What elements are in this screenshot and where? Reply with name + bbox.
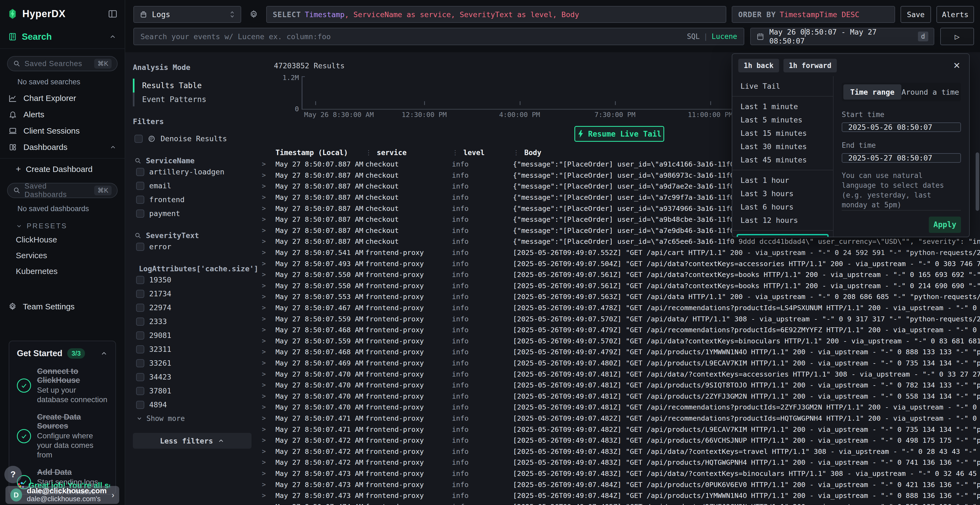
checkbox[interactable]	[136, 345, 144, 353]
table-row[interactable]: >May 27 8:50:07.472 AMfrontend-proxyinfo…	[259, 435, 980, 446]
expand-row-icon[interactable]: >	[262, 160, 275, 168]
table-row[interactable]: >May 27 8:50:07.470 AMfrontend-proxyinfo…	[259, 391, 980, 402]
filter-option[interactable]: payment	[136, 206, 251, 221]
chevron-up-icon[interactable]	[110, 144, 116, 151]
filter-option[interactable]: error	[136, 240, 251, 254]
saved-dashboards-input[interactable]: Saved Dashboards ⌘K	[7, 183, 118, 198]
saved-searches-input[interactable]: Saved Searches ⌘K	[7, 56, 118, 71]
expand-row-icon[interactable]: >	[262, 194, 275, 201]
table-row[interactable]: >May 27 8:50:07.472 AMfrontend-proxyinfo…	[259, 457, 980, 468]
table-row[interactable]: >May 27 8:50:07.559 AMfrontend-proxyinfo…	[259, 313, 980, 324]
expand-row-icon[interactable]: >	[262, 260, 275, 267]
filter-option[interactable]: frontend	[136, 193, 251, 206]
sidebar-item-preset-clickhouse[interactable]: ClickHouse	[0, 232, 125, 248]
filter-option[interactable]: 37801	[136, 384, 251, 398]
expand-row-icon[interactable]: >	[262, 216, 275, 223]
sidebar-section-search[interactable]: Search	[0, 27, 125, 49]
checkbox[interactable]	[136, 276, 144, 284]
table-row[interactable]: >May 27 8:50:07.559 AMfrontend-proxyinfo…	[259, 335, 980, 347]
analysis-mode-results-table[interactable]: Results Table	[133, 79, 251, 92]
show-more-button[interactable]: Show more	[136, 414, 251, 422]
run-query-button[interactable]: ▷	[940, 28, 974, 45]
col-service[interactable]: ⋮service	[365, 149, 452, 157]
table-row[interactable]: >May 27 8:50:07.469 AMfrontend-proxyinfo…	[259, 357, 980, 369]
checkbox[interactable]	[136, 359, 144, 367]
table-row[interactable]: >May 27 8:50:07.541 AMfrontend-proxyinfo…	[259, 247, 980, 258]
table-row[interactable]: >May 27 8:50:07.473 AMfrontend-proxyinfo…	[259, 490, 980, 501]
time-preset-last-12-hours[interactable]: Last 12 hours	[732, 214, 833, 227]
table-row[interactable]: >May 27 8:50:07.471 AMfrontend-proxyinfo…	[259, 424, 980, 435]
expand-row-icon[interactable]: >	[262, 293, 275, 300]
time-preset-last-1-minute[interactable]: Last 1 minute	[732, 100, 833, 113]
chevron-up-icon[interactable]	[100, 349, 108, 357]
checkbox[interactable]	[136, 318, 144, 326]
expand-row-icon[interactable]: >	[262, 326, 275, 333]
expand-row-icon[interactable]: >	[262, 470, 275, 477]
checkbox[interactable]	[136, 243, 144, 251]
table-row[interactable]: >May 27 8:50:07.473 AMfrontend-proxyinfo…	[259, 479, 980, 490]
time-preset-last-5-minutes[interactable]: Last 5 minutes	[732, 113, 833, 127]
resume-live-tail-button[interactable]: Resume Live Tail	[574, 126, 664, 142]
filter-option[interactable]: 34423	[136, 370, 251, 384]
time-preset-last-1-hour[interactable]: Last 1 hour	[732, 173, 833, 187]
create-dashboard-button[interactable]: + Create Dashboard	[0, 159, 125, 176]
time-preset-last-3-hours[interactable]: Last 3 hours	[732, 187, 833, 200]
filter-option[interactable]: 19350	[136, 273, 251, 287]
checkbox[interactable]	[136, 401, 144, 409]
expand-row-icon[interactable]: >	[262, 249, 275, 256]
time-preset-last-45-minutes[interactable]: Last 45 minutes	[732, 153, 833, 167]
sql-mode-toggle[interactable]: SQL	[687, 32, 700, 41]
filter-option[interactable]: email	[136, 179, 251, 193]
lucene-mode-toggle[interactable]: Lucene	[711, 32, 737, 41]
expand-row-icon[interactable]: >	[262, 227, 275, 234]
sidebar-item-alerts[interactable]: Alerts	[0, 106, 125, 123]
table-row[interactable]: >May 27 8:50:07.470 AMfrontend-proxyinfo…	[259, 368, 980, 380]
expand-row-icon[interactable]: >	[262, 348, 275, 356]
expand-row-icon[interactable]: >	[262, 426, 275, 433]
save-button[interactable]: Save	[900, 6, 931, 23]
col-timestamp[interactable]: Timestamp (Local)	[275, 149, 365, 157]
expand-row-icon[interactable]: >	[262, 304, 275, 311]
tab-time-range[interactable]: Time range	[843, 84, 901, 100]
checkbox[interactable]	[136, 387, 144, 395]
date-range-input[interactable]: May 26 08:50:07 - May 27 08:50:07 d	[750, 28, 934, 45]
expand-row-icon[interactable]: >	[262, 172, 275, 179]
select-clause-input[interactable]: SELECT Timestamp, ServiceName as service…	[266, 6, 726, 23]
table-row[interactable]: >May 27 8:50:07.468 AMfrontend-proxyinfo…	[259, 324, 980, 335]
help-button[interactable]: ?	[4, 466, 22, 483]
table-row[interactable]: >May 27 8:50:07.467 AMfrontend-proxyinfo…	[259, 302, 980, 313]
expand-row-icon[interactable]: >	[262, 437, 275, 444]
analysis-mode-event-patterns[interactable]: Event Patterns	[133, 92, 251, 106]
order-by-input[interactable]: ORDER BY TimestampTime DESC	[732, 6, 895, 23]
expand-row-icon[interactable]: >	[262, 481, 275, 488]
shift-1h-forward-button[interactable]: 1h forward	[783, 59, 837, 72]
expand-row-icon[interactable]: >	[262, 448, 275, 455]
filter-option[interactable]: 22974	[136, 301, 251, 314]
sidebar-item-dashboards[interactable]: Dashboards	[0, 139, 125, 156]
sidebar-item-chart-explorer[interactable]: Chart Explorer	[0, 90, 125, 106]
user-menu[interactable]: D dale@clickhouse.com dale@clickhouse.co…	[5, 486, 119, 504]
checkbox[interactable]	[136, 168, 144, 176]
presets-toggle[interactable]: PRESETS	[0, 215, 125, 232]
sidebar-item-preset-services[interactable]: Services	[0, 248, 125, 264]
expand-row-icon[interactable]: >	[262, 459, 275, 466]
filter-option[interactable]: 32311	[136, 342, 251, 356]
time-preset-live-tail[interactable]: Live Tail	[732, 79, 833, 93]
expand-row-icon[interactable]: >	[262, 414, 275, 422]
table-row[interactable]: >May 27 8:50:07.470 AMfrontend-proxyinfo…	[259, 380, 980, 391]
checkbox[interactable]	[136, 332, 144, 340]
filter-option[interactable]: 4894	[136, 398, 251, 412]
expand-row-icon[interactable]: >	[262, 282, 275, 289]
checkbox[interactable]	[136, 290, 144, 298]
expand-row-icon[interactable]: >	[262, 337, 275, 345]
shift-1h-back-button[interactable]: 1h back	[738, 59, 779, 72]
filter-option[interactable]: 33261	[136, 356, 251, 370]
time-preset-last-6-hours[interactable]: Last 6 hours	[732, 200, 833, 214]
checkbox[interactable]	[136, 182, 144, 190]
table-row[interactable]: >May 27 8:50:07.553 AMfrontend-proxyinfo…	[259, 291, 980, 302]
less-filters-button[interactable]: Less filters	[133, 433, 251, 449]
table-row[interactable]: >May 27 8:50:07.550 AMfrontend-proxyinfo…	[259, 269, 980, 280]
sidebar-item-client-sessions[interactable]: Client Sessions	[0, 123, 125, 139]
denoise-results-checkbox[interactable]: Denoise Results	[134, 132, 251, 146]
filter-option[interactable]: 29081	[136, 329, 251, 342]
